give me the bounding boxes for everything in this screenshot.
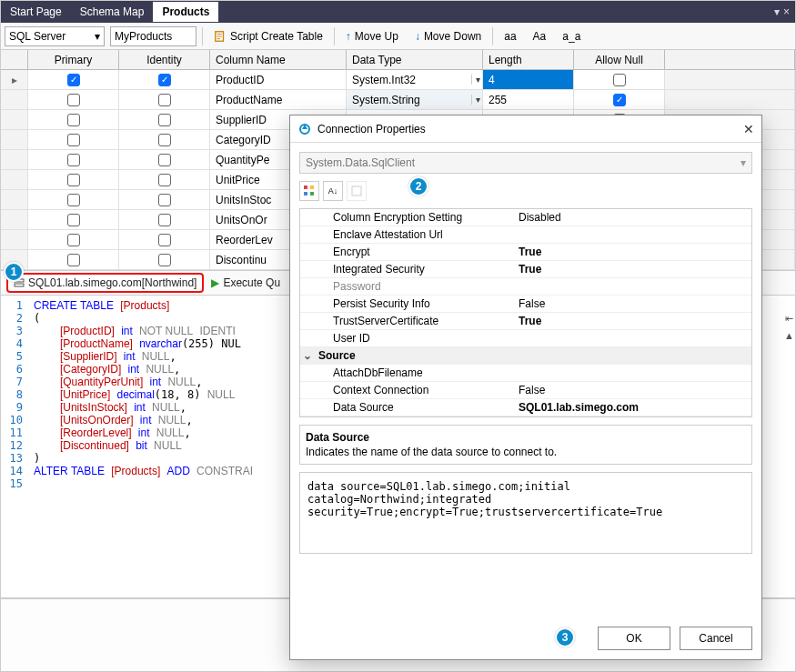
split-left-icon[interactable]: ⇤: [785, 313, 793, 325]
property-row[interactable]: TrustServerCertificateTrue: [300, 313, 751, 330]
property-row[interactable]: AttachDbFilename: [300, 365, 751, 382]
execute-query-button[interactable]: ▶ Execute Qu: [211, 276, 280, 289]
checkbox[interactable]: [67, 234, 80, 246]
property-category[interactable]: ⌄Source: [300, 347, 751, 365]
script-icon: [214, 30, 227, 43]
tab-products[interactable]: Products: [153, 2, 218, 22]
execute-label: Execute Qu: [223, 276, 280, 289]
pin-icon[interactable]: ▾: [774, 5, 780, 18]
property-row[interactable]: Enclave Attestation Url: [300, 226, 751, 244]
checkbox[interactable]: [158, 114, 171, 126]
property-row[interactable]: Password: [300, 278, 751, 296]
row-marker: [1, 150, 28, 169]
play-icon: ▶: [211, 276, 219, 289]
move-up-button[interactable]: ↑ Move Up: [340, 28, 404, 45]
dialog-close-button[interactable]: ✕: [743, 122, 754, 136]
checkbox[interactable]: [158, 174, 171, 186]
script-create-table-button[interactable]: Script Create Table: [208, 28, 328, 45]
checkbox[interactable]: [67, 74, 80, 86]
colname-header[interactable]: Column Name: [210, 50, 347, 69]
grid-filler: [665, 50, 795, 69]
checkbox[interactable]: [613, 94, 626, 106]
svg-rect-6: [310, 186, 314, 189]
datatype-header[interactable]: Data Type: [347, 50, 483, 69]
checkbox[interactable]: [158, 94, 171, 106]
checkbox[interactable]: [67, 94, 80, 106]
callout-3: 3: [555, 627, 575, 647]
checkbox[interactable]: [158, 154, 171, 166]
checkbox[interactable]: [67, 174, 80, 186]
checkbox[interactable]: [67, 154, 80, 166]
checkbox[interactable]: [613, 74, 626, 86]
property-row[interactable]: Column Encryption SettingDisabled: [300, 209, 751, 226]
property-row[interactable]: Data SourceSQL01.lab.simego.com: [300, 399, 751, 416]
toolbar-separator-2: [334, 27, 335, 45]
main-toolbar: SQL Server ▾ MyProducts Script Create Ta…: [1, 23, 795, 50]
tab-schema-map[interactable]: Schema Map: [71, 2, 154, 22]
checkbox[interactable]: [158, 234, 171, 246]
property-pages-button: [347, 181, 367, 201]
categorized-view-button[interactable]: [299, 181, 319, 201]
allownull-header[interactable]: Allow Null: [574, 50, 665, 69]
table-name-value: MyProducts: [115, 30, 172, 43]
checkbox[interactable]: [67, 134, 80, 146]
row-marker: [1, 170, 28, 189]
callout-2: 2: [408, 176, 428, 196]
dialog-titlebar[interactable]: Connection Properties ✕: [290, 115, 761, 143]
property-row[interactable]: Failover Partner: [300, 416, 751, 417]
checkbox[interactable]: [158, 254, 171, 266]
row-marker-header: [1, 50, 28, 69]
cancel-button[interactable]: Cancel: [680, 627, 752, 650]
checkbox[interactable]: [158, 134, 171, 146]
case-lower-button[interactable]: aa: [499, 28, 521, 45]
arrow-down-icon: ↓: [415, 30, 420, 43]
table-row[interactable]: ProductNameSystem.String▾255: [1, 90, 795, 110]
property-row[interactable]: Persist Security InfoFalse: [300, 296, 751, 313]
length-header[interactable]: Length: [483, 50, 574, 69]
alphabetical-view-button[interactable]: A↓: [323, 181, 343, 201]
checkbox[interactable]: [158, 74, 171, 86]
checkbox[interactable]: [67, 114, 80, 126]
server-connection-tag[interactable]: SQL01.lab.simego.com[Northwind]: [6, 273, 204, 293]
line-gutter: 123456789101112131415: [1, 296, 28, 597]
row-marker: [1, 90, 28, 109]
svg-rect-8: [352, 186, 361, 196]
property-row[interactable]: User ID: [300, 330, 751, 347]
move-down-button[interactable]: ↓ Move Down: [409, 28, 487, 45]
property-grid[interactable]: Column Encryption SettingDisabledEnclave…: [299, 208, 752, 417]
table-name-input[interactable]: MyProducts: [110, 26, 196, 46]
table-row[interactable]: ▸ProductIDSystem.Int32▾4: [1, 70, 795, 90]
close-tab-icon[interactable]: ×: [783, 5, 790, 18]
dialog-title: Connection Properties: [317, 123, 426, 135]
checkbox[interactable]: [67, 214, 80, 226]
checkbox[interactable]: [158, 214, 171, 226]
property-description-text: Indicates the name of the data source to…: [306, 446, 746, 458]
property-description: Data Source Indicates the name of the da…: [299, 425, 752, 465]
scroll-controls[interactable]: ⇤ ▲: [784, 313, 794, 341]
connection-string-box[interactable]: data source=SQL01.lab.simego.com;initial…: [299, 472, 752, 554]
pages-icon: [350, 185, 363, 197]
scroll-up-icon[interactable]: ▲: [784, 330, 794, 341]
ok-button[interactable]: OK: [598, 627, 670, 650]
row-marker: [1, 230, 28, 249]
provider-select[interactable]: System.Data.SqlClient: [299, 152, 752, 174]
row-marker: [1, 110, 28, 129]
toolbar-separator-3: [492, 27, 493, 45]
property-row[interactable]: EncryptTrue: [300, 244, 751, 261]
property-row[interactable]: Integrated SecurityTrue: [300, 261, 751, 278]
row-marker: [1, 210, 28, 229]
db-type-select[interactable]: SQL Server ▾: [5, 26, 105, 46]
checkbox[interactable]: [67, 194, 80, 206]
checkbox[interactable]: [158, 194, 171, 206]
primary-header[interactable]: Primary: [28, 50, 119, 69]
arrow-up-icon: ↑: [346, 30, 351, 43]
checkbox[interactable]: [67, 254, 80, 266]
tab-start-page[interactable]: Start Page: [1, 2, 71, 22]
property-row[interactable]: Context ConnectionFalse: [300, 382, 751, 399]
identity-header[interactable]: Identity: [119, 50, 210, 69]
case-underscore-button[interactable]: a_a: [557, 28, 586, 45]
callout-1: 1: [4, 262, 24, 282]
case-title-button[interactable]: Aa: [528, 28, 552, 45]
document-tabs: Start Page Schema Map Products ▾ ×: [1, 1, 795, 23]
property-description-title: Data Source: [306, 431, 746, 444]
